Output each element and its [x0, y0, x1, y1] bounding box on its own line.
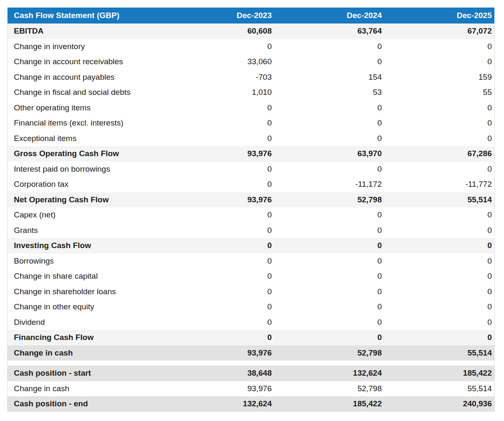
- row-value: 63,764: [274, 26, 384, 36]
- row-value: 52,798: [274, 384, 384, 393]
- row-value: 0: [164, 134, 274, 143]
- row-label: Capex (net): [8, 210, 164, 220]
- table-header-row: Cash Flow Statement (GBP) Dec-2023 Dec-2…: [8, 8, 494, 24]
- row-value: 185,422: [384, 369, 494, 378]
- row-value: 0: [274, 256, 384, 266]
- table-row: Other operating items000: [8, 100, 494, 116]
- row-value: 0: [274, 333, 384, 342]
- table-body: EBITDA60,60863,76467,072Change in invent…: [8, 24, 494, 412]
- row-label: Change in account receivables: [8, 57, 164, 66]
- row-value: 0: [164, 241, 274, 250]
- table-gap: [8, 361, 494, 366]
- column-header-dec-2024: Dec-2024: [274, 11, 384, 20]
- row-value: 0: [164, 287, 274, 296]
- row-value: 0: [384, 272, 494, 281]
- row-label: Investing Cash Flow: [8, 241, 164, 250]
- row-value: 93,976: [164, 149, 274, 158]
- table-row: Change in account receivables33,06000: [8, 54, 494, 70]
- row-value: 0: [164, 42, 274, 51]
- row-label: Cash position - start: [8, 369, 164, 378]
- row-value: 132,624: [164, 399, 274, 408]
- table-row: Investing Cash Flow000: [8, 238, 494, 254]
- row-value: 52,798: [274, 348, 384, 358]
- column-header-dec-2023: Dec-2023: [164, 11, 274, 20]
- row-value: 0: [384, 42, 494, 51]
- row-value: 67,286: [384, 149, 494, 158]
- row-value: 0: [384, 318, 494, 327]
- table-row: Change in cash93,97652,79855,514: [8, 381, 494, 397]
- row-label: Cash position - end: [8, 399, 164, 408]
- row-label: Change in share capital: [8, 272, 164, 281]
- row-value: 0: [164, 318, 274, 327]
- table-row: Change in other equity000: [8, 299, 494, 315]
- row-value: 0: [384, 241, 494, 250]
- row-value: 67,072: [384, 26, 494, 36]
- row-label: Corporation tax: [8, 180, 164, 189]
- row-value: 0: [274, 103, 384, 112]
- row-value: 0: [384, 165, 494, 174]
- row-label: Change in cash: [8, 348, 164, 358]
- row-value: 38,648: [164, 369, 274, 378]
- row-value: 0: [274, 42, 384, 51]
- row-value: 55: [384, 88, 494, 97]
- row-value: 0: [164, 256, 274, 266]
- row-value: 93,976: [164, 384, 274, 393]
- column-header-dec-2025: Dec-2025: [384, 11, 494, 20]
- row-value: 55,514: [384, 384, 494, 393]
- row-value: 0: [164, 118, 274, 128]
- row-value: 0: [164, 103, 274, 112]
- row-value: 0: [164, 210, 274, 220]
- row-label: Change in shareholder loans: [8, 287, 164, 296]
- row-label: Grants: [8, 226, 164, 235]
- row-label: Dividend: [8, 318, 164, 327]
- row-value: 1,010: [164, 88, 274, 97]
- row-label: Change in fiscal and social debts: [8, 88, 164, 97]
- row-value: 33,060: [164, 57, 274, 66]
- row-label: Interest paid on borrowings: [8, 165, 164, 174]
- table-title: Cash Flow Statement (GBP): [8, 11, 164, 20]
- row-label: Net Operating Cash Flow: [8, 195, 164, 204]
- row-value: -11,772: [384, 180, 494, 189]
- table-row: Cash position - start38,648132,624185,42…: [8, 366, 494, 381]
- row-value: 93,976: [164, 348, 274, 358]
- row-label: Gross Operating Cash Flow: [8, 149, 164, 158]
- table-row: Capex (net)000: [8, 207, 494, 223]
- table-row: Change in inventory000: [8, 39, 494, 55]
- row-value: 0: [384, 134, 494, 143]
- row-value: 0: [274, 210, 384, 220]
- row-value: 0: [274, 272, 384, 281]
- row-value: 132,624: [274, 369, 384, 378]
- row-label: Borrowings: [8, 256, 164, 266]
- row-value: 240,936: [384, 399, 494, 408]
- row-value: 52,798: [274, 195, 384, 204]
- row-value: 63,970: [274, 149, 384, 158]
- row-value: 0: [384, 57, 494, 66]
- row-value: 0: [164, 226, 274, 235]
- table-row: Change in fiscal and social debts1,01053…: [8, 85, 494, 100]
- row-value: 0: [164, 165, 274, 174]
- row-value: 0: [384, 333, 494, 342]
- row-value: -703: [164, 73, 274, 82]
- table-row: Net Operating Cash Flow93,97652,79855,51…: [8, 192, 494, 208]
- row-value: 0: [164, 180, 274, 189]
- row-value: 0: [384, 256, 494, 266]
- row-value: 0: [384, 118, 494, 128]
- row-label: Financing Cash Flow: [8, 333, 164, 342]
- row-value: 0: [384, 302, 494, 311]
- row-value: 0: [274, 318, 384, 327]
- table-row: Gross Operating Cash Flow93,97663,97067,…: [8, 146, 494, 162]
- row-value: 55,514: [384, 348, 494, 358]
- table-row: Change in share capital000: [8, 269, 494, 284]
- row-value: 55,514: [384, 195, 494, 204]
- row-value: 53: [274, 88, 384, 97]
- row-value: 0: [164, 302, 274, 311]
- row-value: 0: [274, 134, 384, 143]
- row-value: 0: [274, 241, 384, 250]
- row-value: 0: [384, 287, 494, 296]
- table-row: Corporation tax0-11,172-11,772: [8, 177, 494, 192]
- row-label: Change in other equity: [8, 302, 164, 311]
- row-value: 154: [274, 73, 384, 82]
- row-label: Change in account payables: [8, 73, 164, 82]
- row-value: 0: [384, 103, 494, 112]
- table-row: Financial items (excl. interests)000: [8, 115, 494, 131]
